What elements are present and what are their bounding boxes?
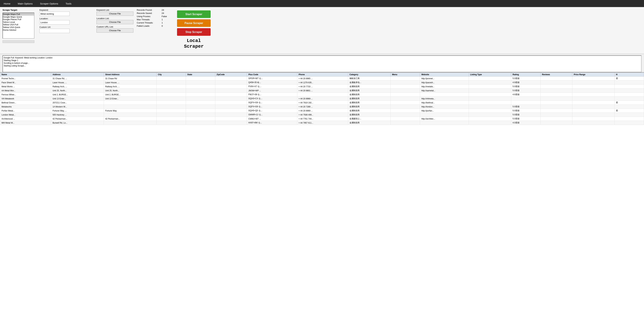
table-row[interactable]: Promet Techn...31 Chase Rd, ...31 Chase … [0,76,644,80]
table-cell [540,105,572,109]
table-cell [391,121,420,125]
table-cell: 31 Chase Rd [104,76,156,80]
keyword-list-row: Keyword List: Choose File [96,9,134,16]
table-cell: Q458+35 哈... [247,80,297,84]
table-row[interactable]: Porfan Metal...Fortune Way, ...Fortune W… [0,109,644,113]
nav-main-options[interactable]: Main Options [16,2,34,6]
table-column-header[interactable]: Reviews [540,73,572,76]
table-cell [104,121,156,125]
scrape-target-list[interactable]: Google Maps FullGoogle Maps QuickGoogle … [2,12,34,38]
table-column-header[interactable]: Phone [297,73,348,76]
table-cell [469,80,511,84]
table-cell [391,113,420,117]
table-cell: 42 Peckarman... [104,117,156,121]
table-cell [391,117,420,121]
table-cell [469,76,511,80]
table-row[interactable]: Architectural ...42 Peckarman...42 Pecka… [0,117,644,121]
table-cell: Burwell Rd, Lo... [51,121,104,125]
table-cell: + 44 20 8969 ... [297,97,348,101]
table-cell [469,84,511,89]
table-row[interactable]: Ferrous Whee...Unit 2, BURGE...Unit 2, B… [0,93,644,97]
log-line: Starting Stage 1 [4,59,640,62]
start-scraper-button[interactable]: Start Scraper [177,10,210,18]
keyword-list-label: Keyword List: [96,9,134,11]
table-row[interactable]: Pace Sheet M...Laser House, ...Laser Hou… [0,80,644,84]
table-column-header[interactable]: ZipCode [215,73,247,76]
table-cell [614,117,644,121]
table-row[interactable]: London Metal...505 Hackney ...GWMR+2J 仑.… [0,113,644,117]
table-cell: Mhf Metal W... [0,121,51,125]
table-cell [572,113,615,117]
custom-url-list-choose-file-button[interactable]: Choose File [96,28,134,32]
table-cell: JW3W+WP ... [247,89,297,93]
table-cell [215,97,247,101]
table-cell: + 44 7957 611... [297,121,348,125]
table-column-header[interactable]: Listing Type [469,73,511,76]
nav-home[interactable]: Home [2,2,12,6]
table-cell: 4.0星级 [511,121,540,125]
table-cell: 207/211 Cove... [51,101,104,105]
nav-tools[interactable]: Tools [64,2,74,6]
table-cell [572,93,615,97]
table-column-header[interactable]: Street Address [104,73,156,76]
table-cell: Metal Works ... [0,84,51,89]
table-column-header[interactable]: H [614,73,644,76]
custom-url-label: Custom Url: [40,26,93,28]
table-cell: 金属制造商 [348,93,391,97]
table-cell: http://bethnal... [420,101,469,105]
table-cell: Unit 2, BURGE... [51,93,104,97]
table-cell [215,84,247,89]
records-found-label: Records Found: [137,9,160,11]
keyword-input[interactable] [40,12,70,16]
table-row[interactable]: Vhl MetalworkUnit 13 Enter...Unit 13 Ent… [0,97,644,101]
table-cell: Pace Sheet M... [0,80,51,84]
table-row[interactable]: Metal Works ...Railway Arch, ...Railway … [0,84,644,89]
table-cell: http://london... [420,105,469,109]
table-cell [156,84,186,89]
table-row[interactable]: AA Metal Wor...Unit 25, North...Unit 25,… [0,89,644,93]
table-column-header[interactable]: Address [51,73,104,76]
custom-url-input[interactable] [40,29,70,33]
table-cell: Unit 25, North... [51,89,104,93]
using-proxies-label: Using Proxies: [137,15,160,18]
keyword-field-row: Keyword: [40,9,93,16]
table-cell [186,117,215,121]
stop-scraper-button[interactable]: Stop Scraper [177,28,210,36]
pause-scraper-button[interactable]: Pause Scraper [177,19,210,27]
location-input[interactable] [40,20,70,24]
location-list-row: Location List: Choose File [96,17,134,24]
keyword-list-choose-file-button[interactable]: Choose File [96,12,134,16]
nav-scraper-options[interactable]: Scraper Options [38,2,60,6]
current-threads-label: Current Threads: [137,22,160,24]
table-cell: 42 Peckarman... [51,117,104,121]
table-cell: 金属制造商 [348,84,391,89]
table-column-header[interactable]: Name [0,73,51,76]
table-column-header[interactable]: Rating [511,73,540,76]
data-grid[interactable]: NameAddressStreet AddressCityStateZipCod… [0,72,644,330]
table-row[interactable]: Mhf Metal W...Burwell Rd, Lo...HX97+8W 仑… [0,121,644,125]
table-cell [215,117,247,121]
table-cell: Laser House, ... [51,80,104,84]
table-column-header[interactable]: Website [420,73,469,76]
table-column-header[interactable]: State [186,73,215,76]
table-cell [469,113,511,117]
table-cell [391,105,420,109]
log-area: Google Full: Keyword: Metal working Loca… [2,56,642,72]
table-row[interactable]: Bethnal Green...207/211 Cove...GQFX+G9 仑… [0,101,644,105]
table-cell: http://aametal... [420,89,469,93]
table-cell: http://architec... [420,117,469,121]
table-cell [186,80,215,84]
table-cell [572,109,615,113]
table-row[interactable]: Metalworks1A Western M...GQFX+G9 仑...+ 4… [0,105,644,109]
table-cell [215,93,247,97]
table-cell: GWMR+2J 仑... [247,113,297,117]
using-proxies-row: Using Proxies: False [137,15,174,18]
table-column-header[interactable]: Price Range [572,73,615,76]
table-column-header[interactable]: City [156,73,186,76]
table-column-header[interactable]: Plus Code [247,73,297,76]
table-cell [391,80,420,84]
table-column-header[interactable]: Category [348,73,391,76]
table-column-header[interactable]: Menu [391,73,420,76]
location-list-choose-file-button[interactable]: Choose File [96,20,134,24]
table-cell [156,113,186,117]
